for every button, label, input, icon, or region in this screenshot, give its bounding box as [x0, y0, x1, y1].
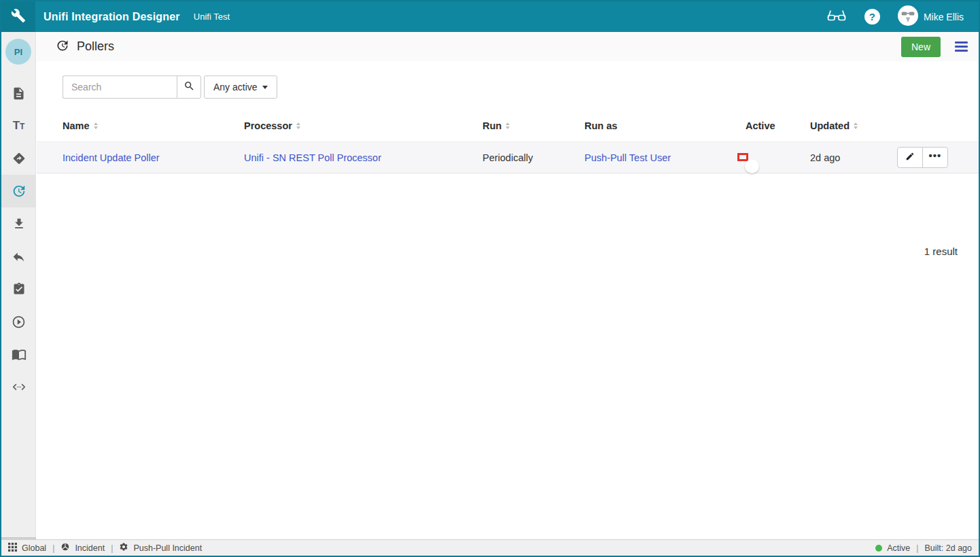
- sidebar-item-runs[interactable]: [1, 305, 36, 338]
- pollers-clock-icon: [56, 39, 69, 55]
- menu-icon[interactable]: [953, 40, 969, 53]
- toolbar: Any active: [63, 75, 979, 99]
- sidebar-item-responses[interactable]: [1, 240, 36, 273]
- document-icon: [12, 86, 26, 101]
- sidebar-item-pollers[interactable]: [1, 175, 36, 207]
- page-title: Pollers: [77, 39, 114, 54]
- integration-label[interactable]: Push-Pull Incident: [133, 543, 202, 553]
- application-label[interactable]: Incident: [75, 543, 105, 553]
- ellipsis-icon: •••: [929, 152, 942, 163]
- glasses-icon[interactable]: [826, 7, 847, 27]
- chevron-down-icon: [262, 86, 268, 89]
- download-icon: [12, 217, 26, 231]
- sidebar-item-documentation[interactable]: [1, 338, 36, 371]
- app-title: Unifi Integration Designer: [43, 11, 180, 23]
- column-header-active: Active: [746, 120, 810, 131]
- sidebar-item-mappings[interactable]: [1, 142, 36, 175]
- table-header-row: Name Processor Run Run as Active Updated: [37, 116, 979, 135]
- environment-name[interactable]: Unifi Test: [194, 12, 230, 22]
- column-header-updated[interactable]: Updated: [810, 120, 897, 131]
- filter-label: Any active: [213, 82, 258, 92]
- toggle-knob: [745, 159, 759, 173]
- sidebar: PI TT: [1, 32, 36, 539]
- code-icon: [12, 379, 27, 394]
- text-format-icon: TT: [13, 119, 25, 133]
- column-header-run-as: Run as: [584, 120, 746, 131]
- more-actions-button[interactable]: •••: [922, 147, 948, 168]
- sidebar-item-tasks[interactable]: [1, 273, 36, 305]
- search-input[interactable]: [63, 75, 177, 99]
- pencil-icon: [905, 152, 915, 163]
- avatar: [898, 5, 918, 29]
- top-bar: Unifi Integration Designer Unifi Test ?: [1, 1, 979, 32]
- sort-icon: [506, 122, 510, 129]
- sidebar-item-imports[interactable]: [1, 207, 36, 240]
- wrench-logo-icon: [11, 8, 26, 26]
- sidebar-item-messages[interactable]: [1, 77, 36, 109]
- built-label: Built: 2d ago: [925, 543, 973, 553]
- table-row: Incident Update Poller Unifi - SN REST P…: [37, 141, 979, 173]
- search-icon: [183, 80, 195, 95]
- clipboard-check-icon: [12, 282, 26, 296]
- run-value: Periodically: [483, 152, 533, 163]
- main-content: Pollers New Any active Name: [37, 32, 979, 539]
- diamond-arrow-icon: [12, 151, 27, 166]
- poller-clock-icon: [12, 184, 27, 199]
- updated-value: 2d ago: [810, 152, 840, 163]
- incident-app-icon: [60, 542, 70, 554]
- reply-arrow-icon: [12, 250, 26, 264]
- app-logo[interactable]: [1, 1, 35, 32]
- scope-label[interactable]: Global: [22, 543, 46, 553]
- book-icon: [12, 347, 27, 362]
- annotation-red-box: [737, 153, 748, 161]
- grid-icon: [8, 543, 17, 554]
- help-icon[interactable]: ?: [864, 9, 880, 24]
- sidebar-item-fields[interactable]: TT: [1, 109, 36, 142]
- gear-icon: [119, 542, 128, 554]
- sort-icon: [296, 122, 300, 129]
- app-window: Unifi Integration Designer Unifi Test ?: [0, 0, 980, 557]
- user-menu[interactable]: Mike Ellis: [898, 5, 964, 29]
- page-header: Pollers New: [37, 32, 979, 61]
- search-button[interactable]: [177, 75, 201, 99]
- status-bar: Global | Incident | Push-Pull Incident A…: [1, 539, 979, 556]
- processor-link[interactable]: Unifi - SN REST Poll Processor: [244, 152, 381, 163]
- sidebar-item-scripts[interactable]: [1, 371, 36, 403]
- status-label: Active: [887, 543, 910, 553]
- column-header-run[interactable]: Run: [483, 120, 584, 131]
- results-summary: 1 result: [37, 246, 958, 257]
- new-button[interactable]: New: [901, 37, 941, 57]
- sort-icon: [94, 122, 98, 129]
- run-as-link[interactable]: Push-Pull Test User: [584, 152, 671, 163]
- sort-icon: [854, 122, 858, 129]
- status-dot-icon: [875, 545, 882, 552]
- active-filter-dropdown[interactable]: Any active: [204, 75, 277, 99]
- column-header-name[interactable]: Name: [63, 120, 244, 131]
- edit-button[interactable]: [897, 147, 923, 168]
- user-name: Mike Ellis: [924, 12, 964, 22]
- play-circle-icon: [12, 315, 26, 329]
- poller-name-link[interactable]: Incident Update Poller: [63, 152, 160, 163]
- column-header-processor[interactable]: Processor: [244, 120, 483, 131]
- sidebar-integration-avatar[interactable]: PI: [5, 39, 31, 65]
